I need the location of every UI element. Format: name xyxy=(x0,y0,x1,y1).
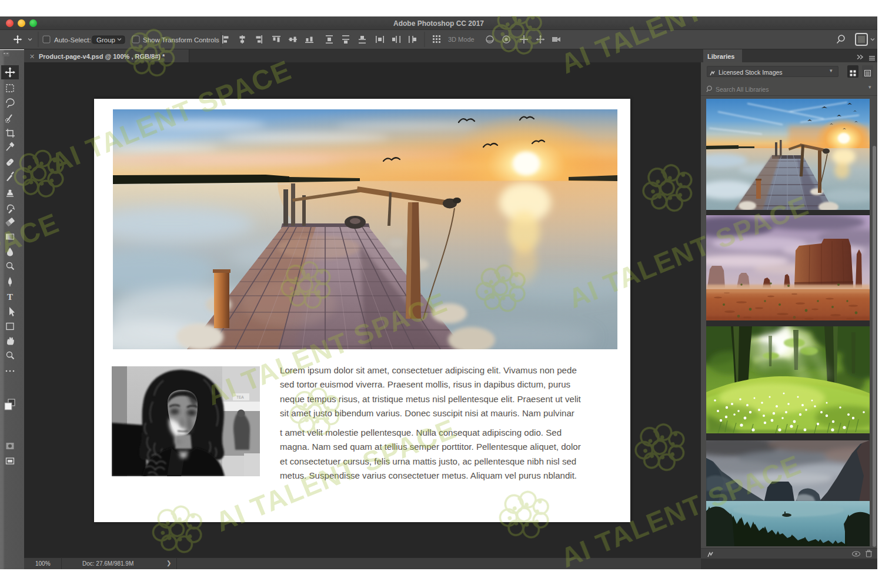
svg-text:Auto-Select:: Auto-Select: xyxy=(54,36,91,44)
svg-text:Group: Group xyxy=(96,36,115,44)
svg-text:TEA: TEA xyxy=(236,395,244,399)
svg-text:T: T xyxy=(7,292,13,302)
svg-text:3D Mode: 3D Mode xyxy=(448,36,475,43)
svg-text:Show Transform Controls: Show Transform Controls xyxy=(143,36,219,44)
